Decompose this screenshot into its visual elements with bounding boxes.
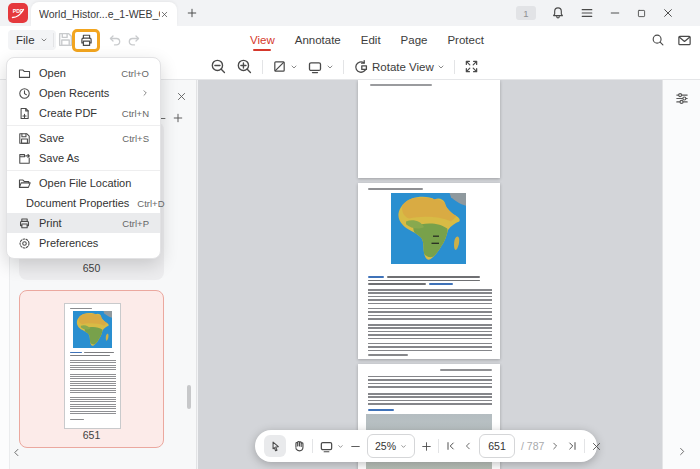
tab-edit[interactable]: Edit	[361, 27, 381, 53]
rotate-view-button[interactable]: Rotate View	[353, 59, 445, 75]
close-toolbar-button[interactable]	[591, 441, 602, 452]
menu-item-open[interactable]: Open Ctrl+O	[7, 63, 160, 83]
redo-button[interactable]	[126, 32, 142, 48]
main-toolbar: File View Annotate Edit Page Protect	[0, 26, 700, 54]
zoom-in-button[interactable]	[421, 441, 432, 452]
toolbar-divider	[262, 60, 263, 74]
properties-sliders-icon[interactable]	[674, 91, 689, 106]
notification-badge[interactable]: 1	[516, 6, 536, 20]
thumbnail-page-650-label: 650	[19, 262, 164, 274]
gear-icon	[18, 237, 31, 250]
menu-item-open-recents[interactable]: Open Recents	[7, 83, 160, 103]
panel-expand-chevron-icon[interactable]	[676, 446, 687, 457]
new-tab-icon[interactable]	[186, 7, 198, 19]
document-page-650[interactable]	[358, 80, 500, 178]
menu-item-save[interactable]: Save Ctrl+S	[7, 128, 160, 148]
first-page-icon	[445, 440, 457, 452]
document-canvas[interactable]	[198, 80, 662, 469]
chevron-down-icon	[437, 63, 445, 71]
tab-page[interactable]: Page	[401, 27, 428, 53]
menu-item-save-as[interactable]: Save As	[7, 148, 160, 168]
chevron-down-icon	[326, 63, 334, 71]
file-menu-button[interactable]: File	[8, 30, 56, 50]
africa-map-thumbnail	[73, 311, 112, 348]
chevron-right-icon	[550, 441, 560, 451]
fullscreen-icon[interactable]	[464, 59, 479, 74]
bell-icon[interactable]	[551, 6, 565, 20]
folder-icon	[18, 67, 31, 80]
zoom-in-icon[interactable]	[236, 58, 253, 75]
tab-annotate[interactable]: Annotate	[295, 27, 341, 53]
toolbar-right-icons	[651, 26, 692, 54]
folder-open-icon	[18, 177, 31, 190]
window-close-icon[interactable]	[662, 7, 674, 19]
mail-icon[interactable]	[677, 33, 692, 48]
save-icon	[18, 132, 31, 145]
menu-item-open-file-location[interactable]: Open File Location	[7, 173, 160, 193]
read-mode-button[interactable]	[319, 439, 344, 454]
menu-item-document-properties[interactable]: Document Properties Ctrl+D	[7, 193, 160, 213]
undo-button[interactable]	[107, 32, 123, 48]
rotate-view-icon	[353, 59, 369, 75]
print-button-highlighted[interactable]	[72, 29, 100, 52]
chevron-left-icon	[463, 441, 473, 451]
plus-icon	[421, 441, 432, 452]
total-pages: 787	[527, 440, 545, 452]
page-view-mode-button[interactable]	[272, 59, 298, 74]
zoom-level-dropdown[interactable]: 25%	[367, 434, 415, 458]
previous-page-button[interactable]	[463, 441, 473, 451]
zoom-out-button[interactable]	[350, 441, 361, 452]
ribbon-tabs: View Annotate Edit Page Protect	[250, 26, 484, 54]
toolbar-divider	[312, 439, 313, 453]
toolbar-divider	[53, 33, 54, 47]
hand-icon	[292, 439, 306, 453]
thumbnail-page-651-selected[interactable]: 651	[19, 290, 164, 448]
zoom-out-icon[interactable]	[210, 58, 227, 75]
read-mode-button[interactable]	[307, 59, 334, 75]
printer-icon	[18, 217, 31, 230]
menu-item-preferences[interactable]: Preferences	[7, 233, 160, 253]
titlebar: PDF World_Histor...e_1-WEB_Copy 1	[0, 0, 700, 26]
document-tab-title: World_Histor...e_1-WEB_Copy	[39, 8, 160, 20]
toolbar-divider	[454, 60, 455, 74]
chevron-down-icon	[337, 443, 344, 450]
thumbnail-page-651-preview	[64, 303, 121, 429]
menu-separator	[7, 170, 160, 171]
thumbnail-page-651-label: 651	[20, 429, 163, 441]
select-tool-button[interactable]	[264, 435, 286, 457]
file-menu-button-label: File	[16, 34, 35, 46]
minus-icon	[350, 441, 361, 452]
save-as-icon	[18, 152, 31, 165]
screen-icon	[307, 59, 323, 75]
search-icon[interactable]	[651, 33, 665, 47]
tab-protect[interactable]: Protect	[447, 27, 483, 53]
window-maximize-icon[interactable]	[636, 8, 647, 19]
first-page-button[interactable]	[445, 440, 457, 452]
window-minimize-icon[interactable]	[609, 7, 621, 19]
undo-icon	[107, 32, 123, 48]
thumbnail-scrollbar[interactable]	[187, 385, 191, 409]
toolbar-divider	[343, 60, 344, 74]
file-plus-icon	[18, 107, 31, 120]
zoom-level-value: 25%	[375, 440, 396, 452]
rotate-view-label: Rotate View	[372, 61, 434, 73]
menu-item-print[interactable]: Print Ctrl+P	[7, 213, 160, 233]
panel-close-icon[interactable]	[176, 91, 187, 102]
panel-collapse-chevron-icon[interactable]	[11, 447, 22, 458]
menu-hamburger-icon[interactable]	[580, 6, 594, 20]
hand-tool-button[interactable]	[292, 439, 306, 453]
next-page-button[interactable]	[550, 441, 560, 451]
current-page-input[interactable]: 651	[479, 434, 515, 458]
tab-close-icon[interactable]	[160, 10, 169, 19]
cursor-icon	[269, 440, 282, 453]
toolbar-divider	[438, 439, 439, 453]
thumbnail-zoom-in-icon[interactable]	[172, 112, 184, 124]
menu-item-create-pdf[interactable]: Create PDF Ctrl+N	[7, 103, 160, 123]
screen-icon	[319, 439, 334, 454]
tab-view[interactable]: View	[250, 27, 275, 53]
chevron-down-icon	[400, 443, 407, 450]
document-page-651[interactable]	[358, 183, 500, 359]
document-tab[interactable]: World_Histor...e_1-WEB_Copy	[31, 2, 177, 26]
chevron-down-icon	[40, 36, 48, 44]
last-page-button[interactable]	[566, 440, 578, 452]
